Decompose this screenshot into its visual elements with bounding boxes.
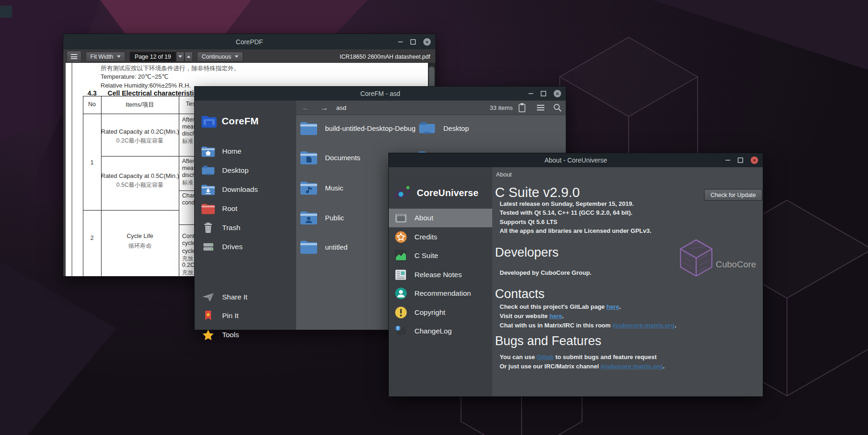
tab-about: About — [496, 171, 512, 178]
file-name: Public — [325, 214, 344, 222]
coreuniverse-titlebar[interactable]: About - CoreUniverse × — [389, 153, 763, 167]
sidebar-item-release-notes[interactable]: Release Notes — [389, 265, 492, 284]
td-row2-no: 2 — [83, 234, 101, 241]
sidebar-item-c-suite[interactable]: C Suite — [389, 246, 492, 265]
sidebar-item-trash[interactable]: Trash — [195, 218, 296, 237]
minimize-icon[interactable] — [529, 93, 533, 94]
chevron-down-icon — [235, 55, 238, 58]
sidebar-item-label: Drives — [222, 243, 243, 251]
bugs-line: You can use Gitlab to submit bugs and fe… — [500, 353, 657, 360]
bugs-text: Or just use our IRC/Matrix channel — [500, 363, 601, 370]
corefm-titlebar[interactable]: CoreFM - asd × — [195, 87, 566, 101]
file-item[interactable]: untitled — [300, 240, 347, 254]
view-menu-icon[interactable] — [536, 101, 545, 115]
file-item[interactable]: Documents — [300, 150, 360, 164]
corefm-logo-text: CoreFM — [222, 116, 258, 127]
th-no: No — [83, 101, 101, 108]
file-item[interactable]: Desktop — [418, 121, 469, 135]
document-filename: ICR18650 2600mAH datasheet.pdf — [339, 54, 432, 60]
clipboard-icon[interactable] — [517, 101, 527, 115]
sidebar-item-label: Share It — [222, 293, 247, 301]
sidebar-item-label: Desktop — [222, 166, 249, 175]
sidebar-item-copyright[interactable]: Copyright — [389, 303, 492, 322]
check-for-update-button[interactable]: Check for Update — [704, 189, 762, 201]
page-down-button[interactable] — [176, 52, 184, 62]
coreuniverse-sidebar: CoreUniverse About Credits C Suite Relea… — [389, 167, 492, 396]
td-row2-cn: 循环寿命 — [101, 242, 179, 250]
sidebar-item-share-it[interactable]: Share It — [195, 288, 296, 306]
page-indicator[interactable]: Page 12 of 19 — [129, 52, 176, 62]
menu-icon[interactable] — [67, 51, 81, 63]
about-box-icon — [394, 211, 407, 224]
file-name: Documents — [325, 154, 360, 162]
sidebar-item-recommendation[interactable]: Recommendation — [389, 284, 492, 303]
td-row1-no: 1 — [83, 159, 101, 166]
root-folder-icon — [201, 203, 215, 214]
sidebar-item-tools[interactable]: Tools — [195, 326, 296, 344]
file-item[interactable]: Public — [300, 211, 344, 224]
sidebar-item-downloads[interactable]: Downloads — [195, 180, 296, 199]
close-icon[interactable]: × — [423, 38, 431, 46]
contact-line: Chat with us in Matrix/IRC in this room … — [500, 322, 676, 329]
gitlab-link[interactable]: Gitlab — [536, 353, 554, 360]
sidebar-item-desktop[interactable]: Desktop — [195, 161, 296, 180]
chart-icon — [394, 249, 407, 262]
close-icon[interactable]: × — [751, 156, 758, 164]
file-name: Music — [325, 184, 343, 192]
bugs-text: to submit bugs and feature request — [554, 353, 657, 360]
corepdf-title: CorePDF — [236, 38, 263, 46]
sidebar-item-about[interactable]: About — [389, 209, 492, 227]
view-mode-dropdown[interactable]: Continuous — [197, 52, 243, 62]
forward-button[interactable]: → — [320, 101, 328, 115]
corefm-logo: CoreFM — [195, 113, 296, 129]
sidebar-item-label: Tools — [222, 331, 239, 339]
star-icon — [201, 329, 215, 340]
credits-star-icon — [394, 231, 407, 244]
website-link[interactable]: here — [549, 313, 562, 319]
newspaper-icon — [394, 268, 407, 281]
file-item[interactable]: Music — [300, 181, 343, 195]
contact-line: Visit our website here. — [500, 313, 564, 319]
sidebar-item-pin-it[interactable]: Pin It — [195, 306, 296, 325]
bugs-text: . — [663, 363, 665, 370]
minimize-icon[interactable] — [726, 160, 730, 161]
fit-mode-dropdown[interactable]: Fit Width — [86, 52, 125, 62]
documents-folder-icon — [300, 150, 318, 164]
maximize-icon[interactable] — [738, 157, 743, 163]
back-button[interactable]: ← — [302, 101, 310, 115]
public-folder-icon — [300, 211, 318, 224]
file-name: build-untitled-Desktop-Debug — [325, 124, 415, 132]
coreuniverse-main: About C Suite v2.9.0 Check for Update La… — [492, 167, 763, 396]
sidebar-item-home[interactable]: Home — [195, 142, 296, 161]
corefm-toolbar: ← → asd 33 items — [296, 101, 566, 115]
td-col3-frag: disch — [182, 172, 196, 178]
file-name: Desktop — [443, 124, 469, 132]
matrix-room-link[interactable]: #cubocore:matrix.org — [612, 322, 675, 329]
sidebar-item-changelog[interactable]: ChangeLog — [389, 322, 492, 340]
corepdf-titlebar[interactable]: CorePDF × — [63, 34, 435, 49]
page-up-button[interactable] — [184, 52, 193, 62]
folder-icon — [300, 240, 318, 254]
search-icon[interactable] — [553, 101, 562, 115]
sidebar-item-label: Credits — [414, 233, 437, 241]
minimize-icon[interactable] — [398, 41, 403, 42]
sidebar-item-root[interactable]: Root — [195, 199, 296, 218]
matrix-channel-link[interactable]: #cubocore:matrix.org — [601, 363, 663, 370]
td-col3-frag: 标准 — [182, 137, 193, 145]
td-col3-frag: cycle — [182, 248, 195, 254]
sidebar-item-credits[interactable]: Credits — [389, 228, 492, 246]
release-line: Supports Qt 5.6 LTS — [500, 218, 651, 226]
maximize-icon[interactable] — [410, 39, 416, 45]
sidebar-item-drives[interactable]: Drives — [195, 238, 296, 256]
maximize-icon[interactable] — [541, 91, 546, 96]
pdf-line-temperature: Temperature: 20℃~25℃ — [101, 73, 169, 80]
coreuniverse-logo-text: CoreUniverse — [417, 188, 478, 198]
share-icon — [201, 292, 215, 303]
td-row1b-en: Rated Capacity at 0.5C(Min.) — [101, 172, 179, 179]
file-item[interactable]: build-untitled-Desktop-Debug — [300, 121, 415, 135]
downloads-folder-icon — [201, 184, 215, 195]
close-icon[interactable]: × — [554, 90, 561, 97]
pdf-line-conditions: 所有测试应按以下环境条件进行，除非特殊指定外。 — [101, 64, 240, 73]
fit-mode-value: Fit Width — [90, 54, 113, 60]
gitlab-page-link[interactable]: here — [606, 303, 619, 310]
